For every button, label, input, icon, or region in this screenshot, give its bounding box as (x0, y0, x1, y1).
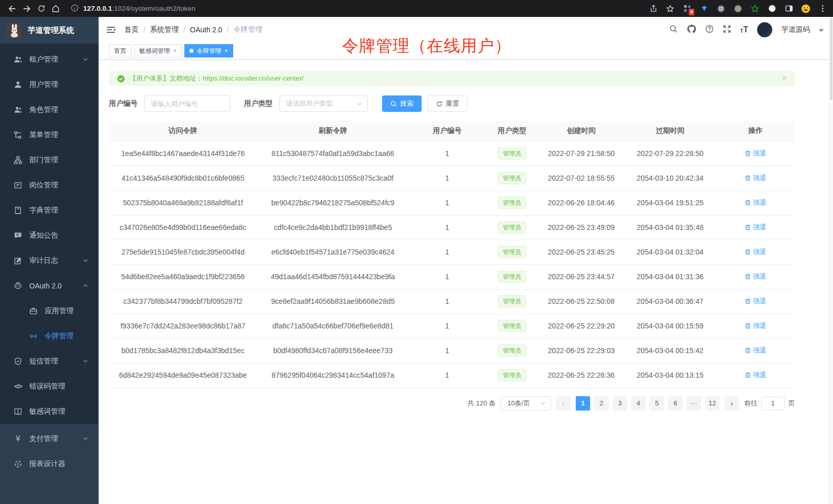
force-logout-button[interactable]: 强退 (745, 346, 766, 355)
force-logout-button[interactable]: 强退 (745, 223, 766, 232)
active-tab-dot (190, 49, 194, 53)
sidebar-item-dept[interactable]: 部门管理 (0, 147, 99, 172)
page-button[interactable]: 5 (650, 396, 664, 411)
sidebar-item-user[interactable]: 用户管理 (0, 72, 99, 97)
address-bar[interactable]: 127.0.0.1:1024/system/oauth2/token (71, 4, 195, 13)
kebab-menu-icon[interactable] (818, 4, 828, 14)
prev-page-button[interactable]: ‹ (556, 396, 571, 411)
extensions-grid-icon[interactable]: 9 (682, 4, 692, 14)
site-info-icon[interactable] (71, 4, 79, 13)
force-logout-button[interactable]: 强退 (745, 198, 766, 207)
app-logo[interactable]: 芋道管理系统 (0, 17, 99, 44)
refresh-token-cell: 8796295f04064c2983414cc54af1097a (257, 363, 409, 387)
sidebar-item-app[interactable]: 应用管理 (0, 298, 99, 323)
profile-emoji-avatar[interactable] (801, 4, 811, 14)
sidebar-item-oauth[interactable]: OAuth 2.0 (0, 273, 99, 298)
sidebar-item-audit[interactable]: 审计日志 (0, 248, 99, 273)
collapse-sidebar-icon[interactable] (106, 25, 116, 35)
force-logout-button[interactable]: 强退 (745, 149, 766, 158)
sms-icon (13, 357, 23, 365)
breadcrumb-item[interactable]: 系统管理 (150, 25, 179, 34)
github-icon[interactable] (687, 24, 696, 36)
font-size-icon[interactable]: TT (740, 26, 748, 34)
sidebar-item-role[interactable]: 角色管理 (0, 97, 99, 122)
sidebar-item-errcode[interactable]: </>错误码管理 (0, 374, 99, 399)
breadcrumb-item[interactable]: OAuth 2.0 (190, 26, 222, 34)
username[interactable]: 芋道源码 (781, 25, 810, 34)
dept-icon (13, 156, 23, 164)
force-logout-button[interactable]: 强退 (745, 247, 766, 257)
doc-link[interactable]: https://doc.iocoder.cn/user-center/ (203, 74, 304, 82)
page-button[interactable]: 6 (668, 396, 683, 411)
page-button[interactable]: 2 (594, 396, 609, 411)
force-logout-button[interactable]: 强退 (745, 272, 766, 281)
tag-view-tab[interactable]: 令牌管理× (184, 44, 233, 57)
sidebar-item-sms[interactable]: 短信管理 (0, 348, 99, 374)
close-tab-icon[interactable]: × (173, 48, 177, 54)
sidebar-item-notice[interactable]: 通知公告 (0, 223, 99, 248)
tag-view-tab[interactable]: 首页 (109, 44, 131, 57)
user-type-label: 用户类型 (244, 99, 273, 108)
help-icon[interactable] (705, 25, 714, 35)
more-pages-button[interactable]: ··· (687, 396, 701, 411)
force-logout-button[interactable]: 强退 (745, 297, 766, 306)
page-size-select[interactable]: 10条/页 (501, 396, 551, 411)
search-button-label: 搜索 (400, 99, 413, 108)
close-tab-icon[interactable]: × (224, 48, 228, 54)
sidebar-item-menu-tree[interactable]: 菜单管理 (0, 122, 99, 147)
force-logout-button[interactable]: 强退 (745, 173, 766, 183)
reset-button[interactable]: 重置 (428, 95, 467, 112)
command-extension-icon[interactable] (716, 4, 726, 14)
table-row: 41c41346a548490f9dc8b01c6bfe0865333ecfc7… (109, 166, 795, 190)
search-button[interactable]: 搜索 (382, 95, 422, 112)
user-id-input[interactable] (144, 95, 231, 112)
user-caret-icon[interactable] (819, 25, 824, 34)
user-type-cell: 管理员 (485, 215, 538, 240)
sidebar-item-dict[interactable]: 字典管理 (0, 198, 99, 223)
url-text: 127.0.0.1:1024/system/oauth2/token (83, 5, 195, 12)
scrollbar-thumb[interactable] (830, 18, 832, 100)
page-button[interactable]: 3 (613, 396, 627, 411)
browser-forward-icon[interactable] (20, 2, 34, 16)
goto-page-input[interactable] (761, 397, 785, 410)
refresh-token-cell: cdfc4ce9c2da4bb1bdf21b9918ff4be5 (257, 215, 409, 240)
browser-reload-icon[interactable] (34, 2, 48, 16)
created-at-cell: 2022-06-25 23:44:57 (538, 264, 624, 289)
actions-cell: 强退 (716, 314, 795, 338)
side-panel-icon[interactable] (784, 4, 794, 14)
force-logout-button[interactable]: 强退 (745, 371, 766, 380)
force-logout-button[interactable]: 强退 (745, 321, 766, 331)
fullscreen-icon[interactable] (723, 25, 731, 35)
page-button[interactable]: 12 (705, 396, 720, 411)
bookmark-star-icon[interactable] (665, 4, 675, 14)
record-extension-icon[interactable] (733, 4, 743, 14)
page-button[interactable]: 4 (631, 396, 646, 411)
tag-view-tab[interactable]: 敏感词管理× (134, 44, 182, 57)
sidebar-item-post[interactable]: 岗位管理 (0, 172, 99, 198)
user-type-tag: 管理员 (498, 369, 526, 381)
next-page-button[interactable]: › (725, 396, 739, 411)
search-icon[interactable] (669, 25, 678, 35)
table-row: 502375b8040a469a9b82188afdf6af1fbe90422b… (109, 190, 795, 215)
force-logout-label: 强退 (753, 247, 766, 257)
share-icon[interactable] (648, 4, 658, 14)
browser-home-icon[interactable] (48, 2, 63, 16)
gem-extension-icon[interactable] (699, 4, 709, 14)
sidebar-item-tenant-users[interactable]: 租户管理 (0, 47, 99, 72)
breadcrumb-item[interactable]: 首页 (124, 25, 139, 34)
star-extension-icon[interactable] (750, 4, 760, 14)
page-scrollbar[interactable] (829, 17, 833, 504)
sidebar-item-token[interactable]: 令牌管理 (0, 323, 99, 348)
sidebar-item-sensitive[interactable]: 敏感词管理 (0, 399, 99, 424)
delete-icon (745, 249, 751, 255)
user-avatar[interactable] (757, 22, 772, 37)
browser-back-icon[interactable] (5, 2, 20, 16)
banner-close-icon[interactable]: × (782, 74, 787, 83)
sidebar-item-report[interactable]: 报表设计器 (0, 451, 99, 476)
user-type-select[interactable]: 请选择用户类型 (279, 95, 368, 112)
pinwheel-extension-icon[interactable] (767, 4, 777, 14)
sidebar-item-pay[interactable]: ¥支付管理 (0, 426, 99, 451)
page-button[interactable]: 1 (576, 396, 590, 411)
sidebar-menu: 租户管理用户管理角色管理菜单管理部门管理岗位管理字典管理通知公告审计日志OAut… (0, 44, 99, 504)
column-header: 刷新令牌 (257, 121, 409, 141)
